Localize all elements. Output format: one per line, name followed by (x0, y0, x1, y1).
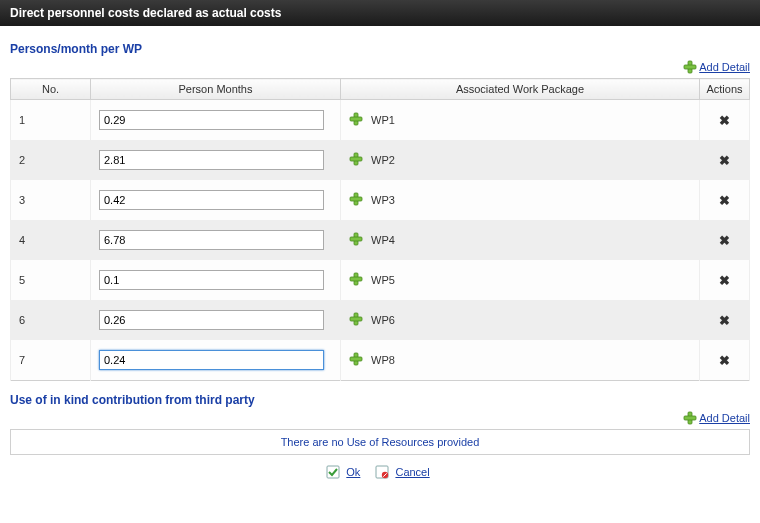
svg-rect-3 (350, 117, 362, 121)
cell-actions: ✖ (700, 300, 750, 340)
svg-rect-9 (350, 237, 362, 241)
empty-resources-message: There are no Use of Resources provided (10, 429, 750, 455)
cell-pm (91, 100, 341, 141)
cell-no: 4 (11, 220, 91, 260)
col-header-wp: Associated Work Package (341, 79, 700, 100)
dialog-title: Direct personnel costs declared as actua… (10, 6, 281, 20)
wp-label: WP5 (371, 274, 395, 286)
cell-no: 2 (11, 140, 91, 180)
table-row: 6WP6✖ (11, 300, 750, 340)
table-row: 7WP8✖ (11, 340, 750, 381)
wp-label: WP8 (371, 354, 395, 366)
cancel-icon (375, 465, 389, 481)
plus-icon[interactable] (349, 112, 363, 128)
cell-no: 5 (11, 260, 91, 300)
svg-rect-1 (684, 65, 696, 69)
cell-no: 3 (11, 180, 91, 220)
ok-icon (326, 465, 340, 481)
wp-label: WP4 (371, 234, 395, 246)
cell-actions: ✖ (700, 260, 750, 300)
plus-icon (683, 60, 697, 76)
cell-wp: WP5 (341, 260, 700, 300)
cell-wp: WP4 (341, 220, 700, 260)
cell-wp: WP3 (341, 180, 700, 220)
table-row: 4WP4✖ (11, 220, 750, 260)
section-title-persons-month: Persons/month per WP (10, 42, 750, 56)
wp-label: WP1 (371, 114, 395, 126)
person-months-input[interactable] (99, 150, 324, 170)
plus-icon[interactable] (349, 192, 363, 208)
plus-icon[interactable] (349, 272, 363, 288)
plus-icon (683, 411, 697, 427)
person-months-input[interactable] (99, 190, 324, 210)
plus-icon[interactable] (349, 312, 363, 328)
person-months-input[interactable] (99, 270, 324, 290)
cell-wp: WP2 (341, 140, 700, 180)
table-row: 3WP3✖ (11, 180, 750, 220)
cell-pm (91, 300, 341, 340)
table-row: 5WP5✖ (11, 260, 750, 300)
table-row: 2WP2✖ (11, 140, 750, 180)
cell-actions: ✖ (700, 340, 750, 381)
person-months-input[interactable] (99, 310, 324, 330)
footer-buttons: Ok Cancel (10, 465, 750, 481)
cell-pm (91, 140, 341, 180)
cell-pm (91, 260, 341, 300)
person-months-input[interactable] (99, 230, 324, 250)
col-header-actions: Actions (700, 79, 750, 100)
cell-no: 7 (11, 340, 91, 381)
add-detail-link[interactable]: Add Detail (699, 61, 750, 73)
plus-icon[interactable] (349, 352, 363, 368)
cell-wp: WP6 (341, 300, 700, 340)
person-months-input[interactable] (99, 350, 324, 370)
cell-actions: ✖ (700, 100, 750, 141)
ok-button[interactable]: Ok (346, 466, 360, 478)
cell-actions: ✖ (700, 220, 750, 260)
delete-row-button[interactable]: ✖ (719, 353, 730, 368)
cell-pm (91, 220, 341, 260)
svg-rect-18 (327, 466, 339, 478)
table-row: 1WP1✖ (11, 100, 750, 141)
cell-wp: WP1 (341, 100, 700, 141)
wp-label: WP2 (371, 154, 395, 166)
dialog-title-bar: Direct personnel costs declared as actua… (0, 0, 760, 26)
svg-rect-17 (684, 416, 696, 420)
svg-rect-11 (350, 277, 362, 281)
delete-row-button[interactable]: ✖ (719, 113, 730, 128)
persons-month-table: No. Person Months Associated Work Packag… (10, 78, 750, 381)
svg-rect-7 (350, 197, 362, 201)
svg-rect-13 (350, 317, 362, 321)
col-header-pm: Person Months (91, 79, 341, 100)
cell-actions: ✖ (700, 140, 750, 180)
cell-pm (91, 340, 341, 381)
wp-label: WP3 (371, 194, 395, 206)
add-detail-link-2[interactable]: Add Detail (699, 412, 750, 424)
delete-row-button[interactable]: ✖ (719, 273, 730, 288)
col-header-no: No. (11, 79, 91, 100)
delete-row-button[interactable]: ✖ (719, 313, 730, 328)
wp-label: WP6 (371, 314, 395, 326)
plus-icon[interactable] (349, 152, 363, 168)
cell-pm (91, 180, 341, 220)
cell-wp: WP8 (341, 340, 700, 381)
plus-icon[interactable] (349, 232, 363, 248)
svg-rect-15 (350, 357, 362, 361)
svg-rect-5 (350, 157, 362, 161)
delete-row-button[interactable]: ✖ (719, 153, 730, 168)
delete-row-button[interactable]: ✖ (719, 233, 730, 248)
cell-no: 6 (11, 300, 91, 340)
delete-row-button[interactable]: ✖ (719, 193, 730, 208)
cell-actions: ✖ (700, 180, 750, 220)
section-title-in-kind: Use of in kind contribution from third p… (10, 393, 750, 407)
person-months-input[interactable] (99, 110, 324, 130)
cell-no: 1 (11, 100, 91, 141)
cancel-button[interactable]: Cancel (395, 466, 429, 478)
